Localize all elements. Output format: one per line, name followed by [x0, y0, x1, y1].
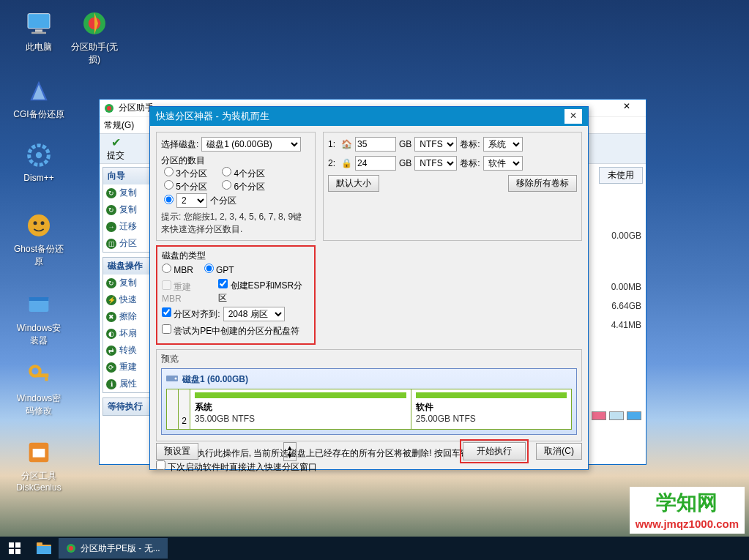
left-panel: 向导 ↻复制 ↻复制 →迁移 ◫分区 磁盘操作 ↻复制 ⚡快速 ✖擦除 ◐坏扇 … [103, 167, 152, 420]
preview-disk-label: 磁盘1 (60.00GB) [182, 373, 248, 386]
size-value: 6.64GB [599, 296, 643, 316]
wizard-item[interactable]: ◫分区 [103, 235, 152, 252]
partition-2-fs-select[interactable]: NTFS [414, 156, 457, 171]
default-size-button[interactable]: 默认大小 [328, 175, 379, 192]
desktop-icon-diskgenius[interactable]: 分区工具DiskGenius [13, 438, 64, 493]
preview-small-1 [167, 389, 179, 429]
radio-4-partitions[interactable]: 4个分区 [222, 167, 265, 180]
partition-2-label: 2: [328, 158, 338, 168]
preset-arrows[interactable]: ▲▼ [283, 442, 297, 461]
unused-header: 未使用 [599, 167, 643, 184]
size-value: 4.41MB [599, 316, 643, 335]
partition-1-vollabel: 卷标: [460, 138, 480, 151]
execute-button[interactable]: 开始执行 [463, 442, 526, 460]
partition-1-vol-select[interactable]: 系统 [483, 137, 523, 152]
radio-3-partitions[interactable]: 3个分区 [164, 167, 207, 180]
diskop-item[interactable]: ↻复制 [103, 275, 152, 291]
diskop-item[interactable]: ⇄转换 [103, 342, 152, 359]
svg-rect-25 [9, 549, 14, 554]
disk-type-section: 磁盘的类型 MBR GPT 重建MBR 创建ESP和MSR分区 分区对齐到: 2… [156, 245, 316, 345]
radio-gpt[interactable]: GPT [204, 264, 234, 275]
preview-section: 预览 磁盘1 (60.00GB) 2 系统 35.00GB NTFS [156, 349, 582, 441]
diskop-item[interactable]: ⚡快速 [103, 291, 152, 308]
svg-point-11 [41, 221, 45, 225]
svg-rect-13 [29, 297, 49, 301]
parent-close-button[interactable]: ✕ [612, 101, 641, 116]
preview-partition-1: 系统 35.00GB NTFS [190, 389, 411, 429]
svg-rect-24 [15, 542, 21, 548]
menu-general[interactable]: 常规(G) [104, 119, 134, 132]
partition-1-fs-select[interactable]: NTFS [414, 137, 457, 152]
align-select[interactable]: 2048 扇区 [223, 307, 285, 321]
wizard-item[interactable]: ↻复制 [103, 184, 152, 201]
partition-1-unit: GB [399, 139, 411, 149]
desktop-icon-dism[interactable]: Dism++ [13, 141, 64, 183]
desktop-icon-partition-assistant[interactable]: 分区助手(无损) [69, 9, 120, 66]
partition-2-vollabel: 卷标: [460, 157, 480, 170]
taskbar-explorer-icon[interactable] [29, 538, 59, 559]
lock-icon: 🔒 [341, 158, 352, 168]
start-button[interactable] [0, 537, 29, 560]
checkbox-create-esp[interactable]: 创建ESP和MSR分区 [218, 279, 310, 305]
partition-count-label: 分区的数目 [161, 154, 310, 167]
desktop-icon-this-pc[interactable]: 此电脑 [13, 9, 64, 53]
wizard-item[interactable]: ↻复制 [103, 201, 152, 218]
radio-custom-partitions[interactable] [164, 195, 174, 206]
dialog-close-button[interactable]: ✕ [564, 109, 582, 124]
desktop-icon-winpassword[interactable]: Windows密码修改 [13, 360, 64, 417]
wizard-header: 向导 [103, 168, 152, 184]
preview-small-2: 2 [179, 389, 190, 429]
custom-count-select[interactable]: 2 [176, 193, 207, 208]
partition-settings-section: 1: 🏠 GB NTFS 卷标: 系统 2: 🔒 GB NTFS 卷标: 软件 [323, 132, 582, 241]
partition-1-size-input[interactable] [355, 137, 396, 152]
svg-rect-2 [31, 32, 46, 34]
checkbox-assign-pe[interactable]: 尝试为PE中创建的分区分配盘符 [162, 324, 299, 337]
svg-rect-18 [33, 449, 45, 458]
radio-mbr[interactable]: MBR [162, 264, 193, 275]
preset-button[interactable]: 预设置 [156, 443, 198, 460]
custom-count-label: 个分区 [210, 195, 236, 207]
partition-1-label: 1: [328, 139, 338, 149]
radio-5-partitions[interactable]: 5个分区 [164, 180, 207, 193]
svg-rect-23 [9, 542, 14, 548]
diskop-item[interactable]: ✖擦除 [103, 308, 152, 325]
select-disk-dropdown[interactable]: 磁盘1 (60.00GB) [201, 137, 301, 152]
svg-rect-1 [35, 29, 42, 31]
toolbar-submit[interactable]: ✔ 提交 [104, 134, 127, 163]
disk-icon [166, 374, 178, 385]
remove-labels-button[interactable]: 移除所有卷标 [508, 175, 577, 192]
hint-text: 提示: 您能按1, 2, 3, 4, 5, 6, 7, 8, 9键来快速选择分区… [161, 211, 310, 236]
desktop-icon-ghost[interactable]: Ghost备份还原 [13, 211, 64, 268]
taskbar-task[interactable]: 分区助手PE版 - 无... [59, 538, 168, 559]
diskop-item[interactable]: ◐坏扇 [103, 325, 152, 342]
dialog-title: 快速分区神器 - 为装机而生 [156, 110, 564, 123]
diskop-item[interactable]: ℹ属性 [103, 376, 152, 392]
execute-highlight: 开始执行 [460, 439, 529, 463]
dialog-titlebar[interactable]: 快速分区神器 - 为装机而生 ✕ [150, 107, 588, 126]
preview-strip: 2 系统 35.00GB NTFS 软件 25.00GB NTFS [166, 389, 572, 430]
radio-6-partitions[interactable]: 6个分区 [222, 180, 265, 193]
checkbox-rebuild-mbr[interactable]: 重建MBR [162, 280, 210, 304]
size-value: 0.00MB [599, 277, 643, 296]
partition-2-size-input[interactable] [355, 156, 396, 171]
preview-title: 预览 [161, 353, 577, 365]
diskop-item[interactable]: ⟳重建 [103, 359, 152, 376]
svg-point-9 [28, 214, 50, 236]
svg-rect-29 [37, 546, 51, 554]
disk-type-title: 磁盘的类型 [162, 250, 310, 262]
partition-row-1: 1: 🏠 GB NTFS 卷标: 系统 [328, 137, 577, 152]
select-disk-label: 选择磁盘: [161, 138, 198, 151]
cancel-button[interactable]: 取消(C) [536, 443, 582, 460]
desktop-icon-wininstaller[interactable]: Windows安装器 [13, 290, 64, 347]
quick-partition-dialog: 快速分区神器 - 为装机而生 ✕ 选择磁盘: 磁盘1 (60.00GB) 分区的… [149, 106, 589, 470]
size-value: 0.00GB [599, 226, 643, 245]
checkbox-align[interactable]: 分区对齐到: [162, 307, 220, 321]
desktop-icon-cgi[interactable]: CGI备份还原 [13, 76, 64, 121]
svg-point-22 [175, 378, 177, 380]
wizard-item[interactable]: →迁移 [103, 218, 152, 235]
svg-point-31 [69, 546, 73, 550]
svg-rect-16 [45, 377, 48, 381]
partition-2-vol-select[interactable]: 软件 [483, 156, 523, 171]
right-panel: 未使用 0.00GB 0.00MB 6.64GB 4.41MB [599, 167, 643, 335]
watermark: 学知网 www.jmqz1000.com [630, 487, 745, 534]
